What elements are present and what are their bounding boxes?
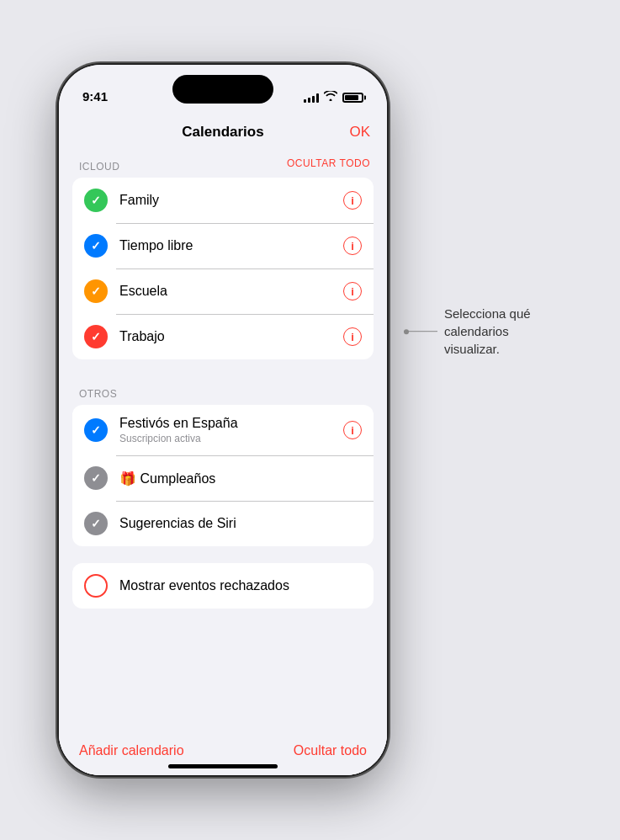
declined-label: Mostrar eventos rechazados [119,578,362,593]
add-calendar-button[interactable]: Añadir calendario [79,743,184,758]
status-icons [304,91,363,104]
festivos-subtitle: Suscripcion activa [119,433,336,444]
gift-icon: 🎁 [119,471,136,486]
icloud-section-label: ICLOUD [76,149,123,178]
signal-icon [304,93,319,103]
icloud-calendar-list: ✓ Family i ✓ Tiempo libre i [72,178,374,359]
modal-sheet: Calendarios OK ICLOUD OCULTAR TODO [59,110,387,775]
calendar-item-escuela[interactable]: ✓ Escuela i [72,268,374,314]
tiempo-libre-check: ✓ [84,234,108,258]
trabajo-label: Trabajo [119,329,336,344]
status-time: 9:41 [82,89,108,104]
declined-events-item[interactable]: Mostrar eventos rechazados [72,563,374,609]
escuela-label: Escuela [119,284,336,299]
calendar-item-festivos[interactable]: ✓ Festivós en España Suscripcion activa … [72,405,374,455]
calendar-item-tiempo-libre[interactable]: ✓ Tiempo libre i [72,223,374,268]
family-check: ✓ [84,189,108,212]
family-label: Family [119,193,336,208]
battery-icon [342,93,363,103]
calendar-item-trabajo[interactable]: ✓ Trabajo i [72,314,374,359]
sheet-body[interactable]: ICLOUD OCULTAR TODO ✓ Family i [59,149,387,733]
ok-button[interactable]: OK [349,124,370,141]
home-indicator[interactable] [168,764,278,768]
escuela-check: ✓ [84,279,108,303]
festivos-label: Festivós en España [119,416,336,431]
callout-text: Selecciona qué calendarios visualizar. [444,305,554,358]
otros-calendar-list: ✓ Festivós en España Suscripcion activa … [72,405,374,546]
phone-frame: 9:41 [59,65,387,775]
calendar-item-family[interactable]: ✓ Family i [72,178,374,223]
trabajo-check: ✓ [84,325,108,348]
otros-section-header: OTROS [72,376,374,405]
calendar-item-cumpleanos[interactable]: ✓ 🎁 Cumpleaños [72,455,374,501]
side-callout: Selecciona qué calendarios visualizar. [404,305,620,358]
otros-section-label: OTROS [76,376,120,405]
siri-label: Sugerencias de Siri [119,516,362,531]
icloud-hide-all-button[interactable]: OCULTAR TODO [287,157,370,169]
screen-content: Calendarios OK ICLOUD OCULTAR TODO [59,65,387,775]
sheet-header: Calendarios OK [59,110,387,149]
trabajo-info-button[interactable]: i [343,327,362,346]
icloud-section-header: ICLOUD OCULTAR TODO [72,149,374,178]
sheet-title: Calendarios [182,124,263,141]
sheet-footer: Añadir calendario Ocultar todo [59,733,387,775]
calendar-item-siri[interactable]: ✓ Sugerencias de Siri [72,501,374,546]
tiempo-libre-label: Tiempo libre [119,238,336,253]
siri-check: ✓ [84,512,108,535]
declined-unchecked-icon [84,574,108,598]
hide-all-footer-button[interactable]: Ocultar todo [294,743,367,758]
wifi-icon [324,91,337,104]
escuela-info-button[interactable]: i [343,282,362,300]
declined-events-list: Mostrar eventos rechazados [72,563,374,609]
tiempo-libre-info-button[interactable]: i [343,237,362,255]
dynamic-island [172,75,273,104]
festivos-text-group: Festivós en España Suscripcion activa [119,416,336,444]
festivos-info-button[interactable]: i [343,421,362,439]
callout-line [404,331,437,332]
cumpleanos-label: 🎁 Cumpleaños [119,471,362,486]
festivos-check: ✓ [84,418,108,442]
cumpleanos-check: ✓ [84,466,108,490]
family-info-button[interactable]: i [343,191,362,210]
